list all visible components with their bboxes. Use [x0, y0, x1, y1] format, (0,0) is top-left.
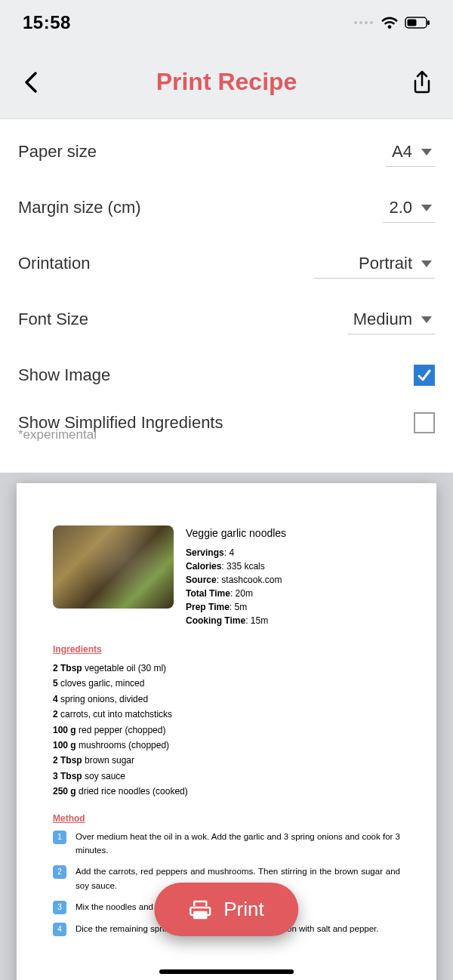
wifi-icon — [381, 16, 399, 29]
chevron-down-icon — [420, 147, 433, 156]
svg-marker-4 — [421, 205, 432, 211]
ingredients-list: 2 Tbsp vegetable oil (30 ml)5 cloves gar… — [53, 661, 400, 800]
orientation-select[interactable]: Portrait — [314, 249, 435, 279]
font-size-row: Font Size Medium — [18, 291, 435, 347]
print-button[interactable]: Print — [154, 883, 298, 936]
share-button[interactable] — [409, 69, 435, 95]
step-number-badge: 1 — [53, 831, 66, 844]
home-indicator[interactable] — [159, 969, 294, 974]
method-step: 1Over medium heat the oil in a wok. Add … — [53, 830, 400, 858]
show-image-checkbox[interactable] — [414, 365, 435, 386]
font-size-select[interactable]: Medium — [347, 305, 435, 334]
recipe-meta: Veggie garlic noodles Servings: 4 Calori… — [186, 525, 286, 627]
status-icons — [354, 16, 430, 29]
show-image-row: Show Image — [18, 347, 435, 403]
paper-size-label: Paper size — [18, 142, 97, 162]
ingredient-item: 250 g dried rice noodles (cooked) — [53, 784, 400, 799]
paper-size-value: A4 — [392, 142, 412, 162]
cellular-dots-icon — [354, 21, 373, 24]
svg-rect-7 — [194, 912, 206, 918]
margin-size-select[interactable]: 2.0 — [383, 193, 435, 223]
ingredient-item: 2 carrots, cut into matchsticks — [53, 707, 400, 722]
step-number-badge: 4 — [53, 923, 66, 936]
show-simplified-checkbox[interactable] — [414, 412, 435, 433]
status-time: 15:58 — [23, 12, 71, 33]
print-settings: Paper size A4 Margin size (cm) 2.0 Orint… — [0, 119, 453, 473]
orientation-row: Orintation Portrait — [18, 236, 435, 291]
margin-size-value: 2.0 — [389, 198, 412, 217]
print-button-label: Print — [223, 898, 263, 921]
printer-icon — [189, 898, 211, 921]
print-preview-area: Veggie garlic noodles Servings: 4 Calori… — [0, 473, 453, 980]
step-number-badge: 3 — [53, 901, 66, 914]
svg-marker-3 — [421, 149, 432, 156]
font-size-value: Medium — [353, 310, 412, 329]
method-heading: Method — [53, 813, 400, 824]
svg-marker-6 — [421, 316, 432, 323]
ingredient-item: 100 g mushrooms (chopped) — [53, 738, 400, 753]
margin-size-row: Margin size (cm) 2.0 — [18, 180, 435, 236]
ingredient-item: 2 Tbsp vegetable oil (30 ml) — [53, 661, 400, 676]
svg-rect-1 — [408, 20, 417, 26]
svg-marker-5 — [421, 260, 432, 267]
page-title: Print Recipe — [156, 68, 297, 96]
ingredient-item: 4 spring onions, divided — [53, 692, 400, 707]
margin-size-label: Margin size (cm) — [18, 198, 141, 217]
back-button[interactable] — [18, 69, 44, 95]
ingredient-item: 100 g red pepper (chopped) — [53, 723, 400, 738]
font-size-label: Font Size — [18, 310, 88, 329]
chevron-down-icon — [420, 315, 433, 324]
chevron-down-icon — [420, 203, 433, 212]
paper-size-row: Paper size A4 — [18, 124, 435, 180]
paper-size-select[interactable]: A4 — [386, 137, 435, 167]
status-bar: 15:58 — [0, 0, 453, 45]
page-header: Print Recipe — [0, 45, 453, 119]
step-text: Over medium heat the oil in a wok. Add t… — [76, 830, 400, 858]
recipe-title: Veggie garlic noodles — [186, 525, 286, 541]
ingredient-item: 3 Tbsp soy sauce — [53, 769, 400, 784]
ingredients-heading: Ingredients — [53, 644, 400, 655]
chevron-down-icon — [420, 259, 433, 268]
orientation-label: Orintation — [18, 254, 90, 273]
svg-rect-2 — [427, 20, 430, 25]
orientation-value: Portrait — [359, 254, 412, 273]
recipe-image — [53, 525, 174, 609]
show-image-label: Show Image — [18, 365, 110, 385]
show-simplified-subtext: *experimental — [18, 427, 435, 442]
step-number-badge: 2 — [53, 865, 66, 879]
battery-icon — [405, 17, 430, 29]
ingredient-item: 2 Tbsp brown sugar — [53, 753, 400, 768]
ingredient-item: 5 cloves garlic, minced — [53, 676, 400, 691]
